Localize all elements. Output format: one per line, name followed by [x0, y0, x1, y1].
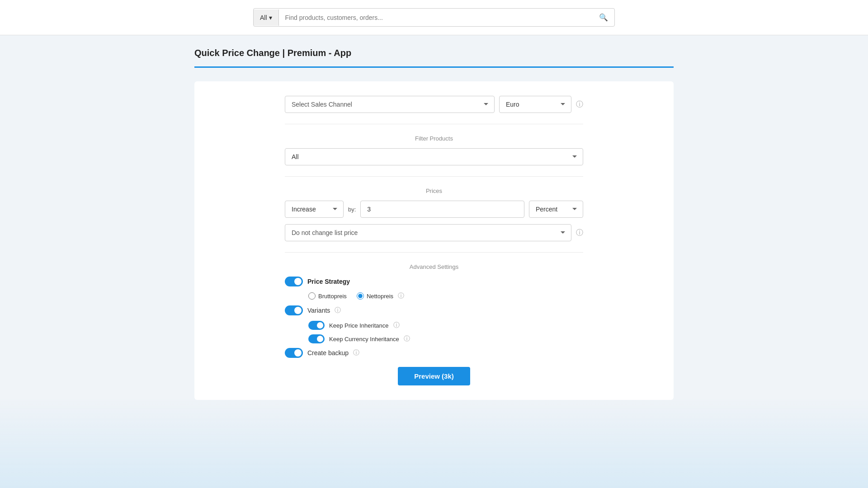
- price-strategy-toggle[interactable]: [285, 277, 303, 286]
- variants-info-icon[interactable]: ⓘ: [335, 306, 341, 314]
- bruttopreis-label: Bruttopreis: [318, 293, 347, 300]
- separator-2: [285, 176, 583, 177]
- keep-currency-inheritance-toggle[interactable]: [308, 334, 325, 343]
- sales-channel-row: Select Sales Channel Euro ⓘ: [285, 96, 583, 113]
- nettopreis-info-icon[interactable]: ⓘ: [398, 292, 404, 300]
- keep-price-inheritance-toggle[interactable]: [308, 321, 325, 330]
- search-all-button[interactable]: All ▾: [254, 9, 279, 26]
- keep-price-inheritance-label: Keep Price Inheritance: [329, 322, 389, 329]
- keep-price-inheritance-row: Keep Price Inheritance ⓘ: [308, 321, 583, 330]
- keep-currency-inheritance-info-icon[interactable]: ⓘ: [404, 335, 410, 343]
- currency-select[interactable]: Euro: [499, 96, 571, 113]
- search-input[interactable]: [279, 9, 593, 26]
- chevron-down-icon: ▾: [269, 14, 272, 21]
- price-type-radio-row: Bruttopreis Nettopreis ⓘ: [308, 292, 583, 300]
- create-backup-info-icon[interactable]: ⓘ: [353, 349, 359, 357]
- variants-toggle-slider: [285, 305, 303, 315]
- list-price-select[interactable]: Do not change list price: [285, 224, 571, 241]
- by-value-input[interactable]: [360, 201, 524, 218]
- separator-1: [285, 124, 583, 124]
- top-bar: All ▾ 🔍: [0, 0, 868, 35]
- filter-products-select[interactable]: All: [285, 148, 583, 165]
- create-backup-toggle[interactable]: [285, 348, 303, 358]
- filter-products-label: Filter Products: [285, 135, 583, 142]
- search-icon: 🔍: [599, 14, 608, 21]
- variants-toggle-row: Variants ⓘ: [285, 305, 583, 315]
- keep-price-inheritance-info-icon[interactable]: ⓘ: [393, 321, 400, 329]
- keep-currency-inheritance-label: Keep Currency Inheritance: [329, 336, 399, 343]
- page-title: Quick Price Change | Premium - App: [194, 48, 674, 66]
- create-backup-toggle-slider: [285, 348, 303, 358]
- by-label: by:: [348, 206, 356, 213]
- variants-label: Variants: [307, 307, 330, 314]
- variants-toggle[interactable]: [285, 305, 303, 315]
- currency-info-icon[interactable]: ⓘ: [576, 100, 583, 109]
- background-decoration: [0, 398, 868, 488]
- keep-currency-inheritance-row: Keep Currency Inheritance ⓘ: [308, 334, 583, 343]
- preview-button[interactable]: Preview (3k): [398, 367, 470, 385]
- search-all-label: All: [260, 14, 267, 21]
- price-strategy-toggle-row: Price Strategy: [285, 277, 583, 286]
- search-container: All ▾ 🔍: [253, 8, 615, 27]
- increase-select[interactable]: Increase: [285, 201, 344, 218]
- nettopreis-label: Nettopreis: [367, 293, 393, 300]
- create-backup-toggle-row: Create backup ⓘ: [285, 348, 583, 358]
- list-price-row: Do not change list price ⓘ: [285, 224, 583, 241]
- search-button[interactable]: 🔍: [593, 9, 614, 26]
- advanced-settings-label: Advanced Settings: [285, 263, 583, 270]
- preview-btn-row: Preview (3k): [285, 367, 583, 385]
- bruttopreis-radio[interactable]: [308, 292, 316, 300]
- keep-currency-inheritance-slider: [308, 334, 325, 343]
- main-content: Quick Price Change | Premium - App Selec…: [149, 35, 719, 400]
- prices-row: Increase by: Percent: [285, 201, 583, 218]
- price-strategy-toggle-slider: [285, 277, 303, 286]
- price-strategy-label: Price Strategy: [307, 278, 350, 285]
- advanced-settings-section: Price Strategy Bruttopreis Nettopreis ⓘ: [285, 277, 583, 358]
- create-backup-label: Create backup: [307, 349, 349, 357]
- nettopreis-radio-item[interactable]: Nettopreis ⓘ: [357, 292, 404, 300]
- keep-price-inheritance-slider: [308, 321, 325, 330]
- nettopreis-radio[interactable]: [357, 292, 364, 300]
- list-price-info-icon[interactable]: ⓘ: [576, 228, 583, 238]
- prices-label: Prices: [285, 188, 583, 194]
- separator-3: [285, 252, 583, 253]
- app-title-bar: Quick Price Change | Premium - App: [194, 35, 674, 68]
- sales-channel-select[interactable]: Select Sales Channel: [285, 96, 495, 113]
- percent-select[interactable]: Percent: [529, 201, 583, 218]
- bruttopreis-radio-item[interactable]: Bruttopreis: [308, 292, 347, 300]
- main-card: Select Sales Channel Euro ⓘ Filter Produ…: [194, 81, 674, 400]
